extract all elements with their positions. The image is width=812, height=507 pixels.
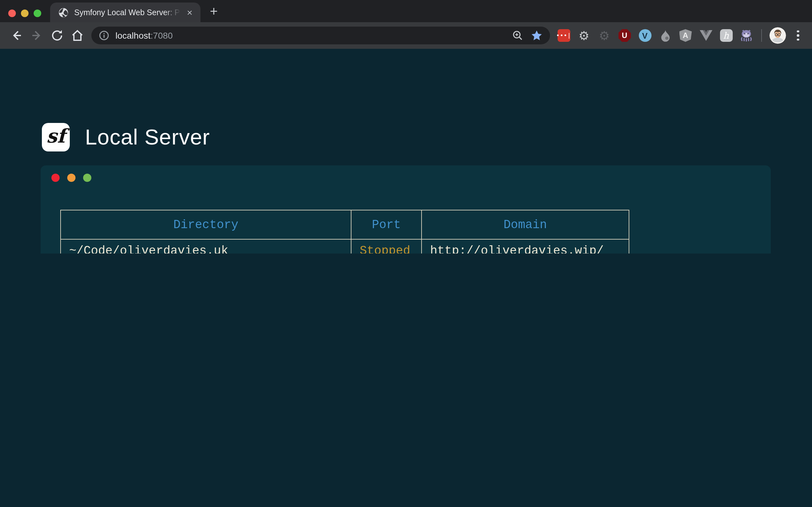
- chrome-menu-button[interactable]: [792, 31, 804, 41]
- kebab-dot: [797, 39, 799, 41]
- new-tab-button[interactable]: +: [206, 4, 222, 20]
- browser-tab[interactable]: Symfony Local Web Server: Prox ×: [50, 3, 200, 22]
- kebab-dot: [797, 31, 799, 33]
- reload-icon: [50, 29, 64, 43]
- drupal-extension-button[interactable]: [658, 28, 672, 43]
- back-icon: [9, 29, 23, 43]
- forward-icon: [30, 29, 44, 43]
- window-close-button[interactable]: [8, 9, 16, 17]
- github-extension-button[interactable]: [739, 28, 754, 43]
- honey-icon: h: [720, 29, 732, 42]
- tab-strip: Symfony Local Web Server: Prox × +: [0, 0, 812, 22]
- globe-icon: [58, 7, 68, 17]
- domain-link[interactable]: http://oliverdavies.wip/: [430, 244, 604, 254]
- servers-table: Directory Port Domain ~/Code/oliverdavie…: [60, 210, 629, 253]
- window-minimize-button[interactable]: [21, 9, 29, 17]
- disabled-gear-extension-button[interactable]: ⚙: [597, 28, 612, 43]
- zoom-page-icon[interactable]: [512, 30, 523, 41]
- header-directory: Directory: [61, 210, 351, 239]
- reload-button[interactable]: [47, 25, 67, 46]
- vimium-icon: V: [639, 29, 651, 42]
- table-header-row: Directory Port Domain: [61, 210, 629, 239]
- table-row: ~/Code/oliverdavies.ukStoppedhttp://oliv…: [61, 239, 629, 253]
- url-host: localhost: [115, 31, 151, 41]
- home-icon: [70, 29, 84, 43]
- url-port: :7080: [151, 31, 173, 41]
- site-info-icon[interactable]: [99, 31, 109, 41]
- terminal-orange-dot: [67, 174, 75, 182]
- directory-cell: ~/Code/oliverdavies.uk: [61, 239, 351, 253]
- gear-icon: ⚙: [578, 29, 589, 42]
- avatar-image: [769, 27, 786, 44]
- settings-gear-extension-button[interactable]: ⚙: [577, 28, 591, 43]
- window-controls: [8, 9, 41, 17]
- angular-shield-icon: A: [679, 29, 692, 42]
- header-port: Port: [351, 210, 421, 239]
- forward-button[interactable]: [27, 25, 47, 46]
- honey-extension-button[interactable]: h: [719, 28, 733, 43]
- ublock-extension-button[interactable]: U: [617, 28, 632, 43]
- server-table-body: ~/Code/oliverdavies.ukStoppedhttp://oliv…: [61, 239, 629, 253]
- vue-icon: [699, 30, 712, 41]
- browser-toolbar: localhost :7080 •••| ⚙ ⚙ U: [0, 22, 812, 49]
- terminal-red-dot: [51, 174, 60, 182]
- tab-close-icon[interactable]: ×: [184, 7, 195, 18]
- tab-title: Symfony Local Web Server: Prox: [74, 8, 184, 17]
- drupal-droplet-icon: [659, 29, 671, 42]
- extensions-area: •••| ⚙ ⚙ U V A: [556, 27, 806, 44]
- gear-disabled-icon: ⚙: [599, 29, 610, 42]
- browser-window: Symfony Local Web Server: Prox × +: [0, 0, 812, 253]
- kebab-dot: [797, 35, 799, 37]
- window-zoom-button[interactable]: [34, 9, 41, 17]
- profile-avatar[interactable]: [769, 27, 786, 44]
- header-domain: Domain: [421, 210, 629, 239]
- ublock-icon: U: [618, 29, 631, 42]
- back-button[interactable]: [6, 25, 27, 46]
- terminal-window-dots: [51, 174, 91, 182]
- page-title: Local Server: [85, 125, 210, 150]
- domain-cell: http://oliverdavies.wip/: [421, 239, 629, 253]
- brand-header: sf Local Server: [42, 123, 210, 152]
- address-bar[interactable]: localhost :7080: [91, 26, 550, 44]
- terminal-card: Directory Port Domain ~/Code/oliverdavie…: [41, 165, 771, 253]
- page-content: sf Local Server Directory Port Domain ~/…: [0, 49, 812, 253]
- bookmark-star-icon[interactable]: [531, 30, 542, 41]
- angular-extension-button[interactable]: A: [678, 28, 693, 43]
- github-octocat-icon: [740, 29, 753, 42]
- port-cell: Stopped: [351, 239, 421, 253]
- lastpass-extension-button[interactable]: •••|: [556, 28, 571, 43]
- status-stopped-label: Stopped: [360, 244, 410, 254]
- terminal-green-dot: [83, 174, 91, 182]
- vimium-extension-button[interactable]: V: [638, 28, 652, 43]
- vue-extension-button[interactable]: [699, 28, 713, 43]
- toolbar-separator: [761, 29, 762, 42]
- home-button[interactable]: [67, 25, 88, 46]
- lastpass-icon: •••|: [557, 29, 570, 42]
- symfony-logo: sf: [42, 123, 70, 152]
